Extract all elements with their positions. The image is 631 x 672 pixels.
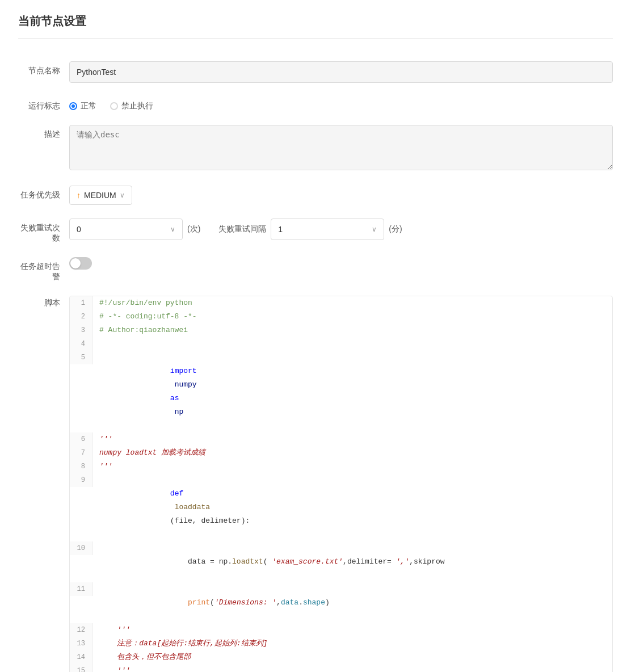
node-name-content [69, 61, 613, 83]
retry-count-chevron-icon: ∨ [170, 225, 175, 233]
page-container: 当前节点设置 节点名称 运行标志 正常 禁止执行 [0, 0, 631, 672]
keyword-as: as [170, 394, 179, 402]
retry-interval-select[interactable]: 1 ∨ [271, 219, 384, 240]
line-content-10: data = np.loadtxt( 'exam_score.txt',deli… [92, 541, 612, 582]
line-content-14: 包含头，但不包含尾部 [92, 650, 612, 664]
script-label: 脚本 [18, 296, 69, 308]
line-num-11: 11 [70, 582, 92, 596]
radio-stop-circle [110, 102, 118, 110]
radio-normal-circle [69, 102, 77, 110]
code-comma1: ,delimiter= [343, 557, 396, 566]
line-num-10: 10 [70, 541, 92, 555]
code-params: (file, delimeter): [170, 516, 250, 525]
line-num-12: 12 [70, 623, 92, 637]
node-name-input[interactable] [69, 61, 613, 83]
code-filename: 'exam_score.txt' [272, 557, 343, 566]
timeout-label: 任务超时告警 [18, 257, 69, 282]
line-content-1: #!/usr/bin/env python [92, 296, 612, 310]
line-content-11: print('Dimensions: ',data.shape) [92, 582, 612, 623]
priority-up-icon: ↑ [77, 191, 81, 200]
line-num-8: 8 [70, 460, 92, 473]
priority-value: MEDIUM [84, 191, 116, 200]
code-numpy: numpy [170, 380, 201, 389]
script-content: 1 #!/usr/bin/env python 2 # -*- coding:u… [69, 296, 613, 672]
radio-normal[interactable]: 正常 [69, 101, 96, 111]
line-num-3: 3 [70, 324, 92, 337]
line-num-4: 4 [70, 337, 92, 351]
retry-interval-value: 1 [278, 225, 367, 234]
code-comma2: , [276, 598, 281, 607]
node-name-label: 节点名称 [18, 61, 69, 76]
code-np: np [170, 408, 183, 416]
desc-textarea[interactable] [69, 125, 613, 170]
radio-normal-label: 正常 [81, 101, 96, 111]
code-line-10: 10 data = np.loadtxt( 'exam_score.txt',d… [70, 541, 612, 582]
code-skiprow: ,skiprow [409, 557, 444, 566]
code-shape: shape [303, 598, 325, 607]
retry-interval-unit: (分) [389, 224, 402, 234]
radio-stop[interactable]: 禁止执行 [110, 101, 153, 111]
line-num-6: 6 [70, 432, 92, 446]
code-line-12: 12 ''' [70, 623, 612, 637]
radio-group: 正常 禁止执行 [69, 96, 613, 111]
retry-interval-label: 失败重试间隔 [218, 224, 266, 234]
code-data: data [281, 598, 298, 607]
line-num-14: 14 [70, 650, 92, 664]
retry-inline-row: 0 ∨ (次) 失败重试间隔 1 ∨ (分) [69, 219, 613, 240]
keyword-import: import [170, 367, 197, 375]
form-container: 节点名称 运行标志 正常 禁止执行 [18, 52, 613, 672]
retry-row: 失败重试次数 0 ∨ (次) 失败重试间隔 1 ∨ (分) [18, 219, 613, 243]
line-num-1: 1 [70, 296, 92, 310]
run-flag-content: 正常 禁止执行 [69, 96, 613, 111]
timeout-row: 任务超时告警 [18, 257, 613, 282]
timeout-toggle[interactable] [69, 257, 92, 270]
code-print-paren: ( [210, 598, 214, 607]
line-num-9: 9 [70, 473, 92, 487]
line-num-2: 2 [70, 310, 92, 324]
retry-content: 0 ∨ (次) 失败重试间隔 1 ∨ (分) [69, 219, 613, 240]
code-indent1: data = np. [170, 557, 232, 566]
code-line-1: 1 #!/usr/bin/env python [70, 296, 612, 310]
line-content-8: ''' [92, 460, 612, 473]
code-line-15: 15 ''' [70, 664, 612, 672]
retry-count-select[interactable]: 0 ∨ [69, 219, 183, 240]
code-line-4: 4 [70, 337, 612, 351]
desc-content [69, 125, 613, 172]
desc-row: 描述 [18, 125, 613, 172]
line-content-6: ''' [92, 432, 612, 446]
line-num-13: 13 [70, 637, 92, 650]
priority-select[interactable]: ↑ MEDIUM ∨ [69, 186, 132, 205]
line-content-5: import numpy as np [92, 351, 612, 432]
line-content-2: # -*- coding:utf-8 -*- [92, 310, 612, 324]
code-line-11: 11 print('Dimensions: ',data.shape) [70, 582, 612, 623]
priority-content: ↑ MEDIUM ∨ [69, 186, 613, 205]
line-content-3: # Author:qiaozhanwei [92, 324, 612, 337]
line-num-15: 15 [70, 664, 92, 672]
line-content-7: numpy loadtxt 加载考试成绩 [92, 446, 612, 460]
priority-chevron-icon: ∨ [120, 191, 125, 199]
code-line-7: 7 numpy loadtxt 加载考试成绩 [70, 446, 612, 460]
code-dot: . [298, 598, 303, 607]
priority-label: 任务优先级 [18, 186, 69, 200]
code-line-14: 14 包含头，但不包含尾部 [70, 650, 612, 664]
line-content-12: ''' [92, 623, 612, 637]
line-content-15: ''' [92, 664, 612, 672]
radio-stop-label: 禁止执行 [121, 101, 153, 111]
keyword-def: def [170, 489, 183, 498]
timeout-content [69, 257, 613, 270]
code-dim-str: 'Dimensions: ' [214, 598, 276, 607]
code-line-8: 8 ''' [70, 460, 612, 473]
line-num-5: 5 [70, 351, 92, 364]
line-content-13: 注意：data[起始行:结束行,起始列:结束列] [92, 637, 612, 650]
script-row: 脚本 1 #!/usr/bin/env python 2 # -*- codin… [18, 296, 613, 672]
code-delim: ',' [396, 557, 409, 566]
code-editor[interactable]: 1 #!/usr/bin/env python 2 # -*- coding:u… [69, 296, 613, 672]
code-print-indent [170, 598, 188, 607]
run-flag-label: 运行标志 [18, 96, 69, 111]
code-line-3: 3 # Author:qiaozhanwei [70, 324, 612, 337]
func-loaddata: loaddata [170, 503, 210, 511]
retry-count-label: 失败重试次数 [18, 219, 69, 243]
retry-count-unit: (次) [187, 224, 200, 234]
code-line-9: 9 def loaddata (file, delimeter): [70, 473, 612, 541]
line-content-9: def loaddata (file, delimeter): [92, 473, 612, 541]
